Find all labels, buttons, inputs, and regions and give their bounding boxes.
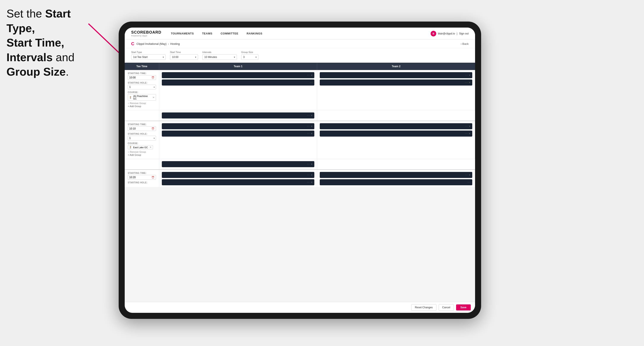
sign-out-link[interactable]: Sign out [459, 32, 468, 35]
group2-hole-wrapper: 1 [128, 136, 156, 141]
dots-icon: ⋯ [465, 125, 468, 128]
group2-team1-extra: ⋯ ✕ [159, 159, 317, 169]
start-time-group: Start Time 10:00 [170, 51, 198, 60]
slot-remove[interactable]: ✕ [468, 125, 470, 128]
group2-hole-select[interactable]: 1 [128, 136, 156, 141]
start-type-group: Start Type 1st Tee Start [131, 51, 166, 60]
group2-starting-time-label: STARTING TIME: [128, 123, 156, 126]
group3-team2-slot2: ⋯ [320, 179, 472, 185]
intervals-select[interactable]: 10 Minutes [202, 54, 237, 60]
slot-remove[interactable]: ✕ [311, 125, 312, 128]
dots-icon: ⋯ [307, 173, 310, 177]
group2-add-btn[interactable]: + Add Group [128, 154, 156, 156]
group2-team2-slot2: ⋯ ✕ [320, 131, 472, 137]
slot-remove[interactable]: ✕ [311, 114, 312, 117]
slot-remove-1[interactable]: ✕ [311, 74, 312, 77]
nav-right: B blair@clippd.io | Sign out [431, 31, 468, 36]
slot-remove[interactable]: ✕ [311, 132, 312, 135]
user-email: blair@clippd.io [438, 32, 455, 35]
slot-remove[interactable]: ✕ [311, 181, 312, 184]
nav-committee[interactable]: COMMITTEE [220, 32, 239, 35]
group-row-2: STARTING TIME: 10:10 ⏰ STARTING HOLE: 1 … [125, 121, 475, 159]
breadcrumb-logo: C [131, 41, 134, 46]
nav-bar: SCOREBOARD Powered by clippd TOURNAMENTS… [125, 27, 475, 40]
dots-icon: ⋯ [307, 114, 310, 117]
group2-team1-slot2: ⋯ ✕ [162, 131, 314, 137]
group1-add-btn[interactable]: + Add Group [128, 105, 156, 108]
dots-icon: ⋯ [465, 173, 468, 177]
group2-team1-slot1: ⋯ ✕ [162, 123, 314, 129]
group-size-label: Group Size [241, 51, 258, 53]
group1-course-flag: 🏌 [129, 96, 132, 99]
group2-course-remove[interactable]: ✕ [150, 146, 152, 149]
group1-course-remove[interactable]: ✕ [152, 96, 154, 99]
nav-teams[interactable]: TEAMS [201, 32, 213, 35]
nav-rankings[interactable]: RANKINGS [246, 32, 263, 35]
group2-course-label: COURSE: [128, 142, 156, 145]
start-time-label: Start Time [170, 51, 198, 53]
group2-remove-btn[interactable]: ○ Remove Group [128, 151, 156, 153]
group1-team1-course-slot: ⋯ ✕ [159, 110, 317, 121]
instruction-line3-suffix: and [53, 51, 74, 64]
start-type-wrapper: 1st Tee Start [131, 54, 166, 60]
slot-remove[interactable]: ✕ [311, 174, 312, 176]
group2-course-tag: 🏌 East Lake GC ✕ [128, 145, 153, 149]
tablet-frame: SCOREBOARD Powered by clippd TOURNAMENTS… [119, 21, 481, 319]
group3-time-input[interactable]: 10:20 ⏰ [128, 175, 156, 180]
group2-extra-row: ⋯ ✕ [125, 159, 475, 170]
group3-team1-slot2: ⋯ ✕ [162, 179, 314, 185]
group-size-group: Group Size 3 [241, 51, 258, 60]
dots-icon: ⋯ [307, 132, 310, 135]
group1-hole-wrapper: 1 [128, 85, 156, 89]
dots-icon: ⋯ [307, 73, 310, 77]
group1-team1-slot2: ⋯ [162, 79, 314, 86]
group1-extra-row: ⋯ ✕ [125, 110, 475, 121]
group2-team2-empty [317, 159, 475, 169]
slot-remove[interactable]: ✕ [311, 163, 312, 166]
group1-course-tag: 🏌 (A) Peachtree GC ✕ [128, 94, 156, 101]
nav-links: TOURNAMENTS TEAMS COMMITTEE RANKINGS [170, 32, 431, 35]
group3-time-value: 10:20 [129, 176, 136, 179]
dots-icon: ⋯ [307, 180, 310, 184]
dots-icon: ⋯ [465, 73, 468, 77]
reset-button[interactable]: Reset Changes [411, 304, 436, 311]
group1-time-input[interactable]: 10:00 ⏰ [128, 75, 156, 80]
group1-starting-time-label: STARTING TIME: [128, 72, 156, 75]
group-size-select[interactable]: 3 [241, 54, 258, 60]
table-header: Tee Time Team 1 Team 2 [125, 63, 475, 70]
instruction-line1: Set the Start Type, [6, 7, 71, 34]
cancel-button[interactable]: Cancel [438, 304, 454, 311]
group3-team2: ⋯ ✕ ⋯ [317, 170, 475, 187]
start-time-select[interactable]: 10:00 [170, 54, 198, 60]
logo-area: SCOREBOARD Powered by clippd [131, 30, 162, 37]
group2-team2-slot1: ⋯ ✕ [320, 123, 472, 129]
slot-remove-2[interactable]: ✕ [468, 81, 470, 84]
group3-starting-hole-label: STARTING HOLE: [128, 181, 156, 184]
slot-remove[interactable]: ✕ [468, 132, 470, 135]
group1-time-value: 10:00 [129, 76, 136, 79]
breadcrumb-page: Hosting [170, 42, 180, 45]
group1-hole-select[interactable]: 1 [128, 85, 156, 89]
nav-tournaments[interactable]: TOURNAMENTS [170, 32, 194, 35]
group-row-3: STARTING TIME: 10:20 ⏰ STARTING HOLE: ⋯ … [125, 170, 475, 188]
group2-team1: ⋯ ✕ ⋯ ✕ [159, 121, 317, 159]
instruction-line4-bold: Group Size [6, 65, 66, 78]
back-button[interactable]: ‹ Back [460, 42, 468, 45]
group2-time-input[interactable]: 10:10 ⏰ [128, 126, 156, 131]
table-container: Tee Time Team 1 Team 2 STARTING TIME: 10… [125, 63, 475, 302]
dots-icon: ⋯ [465, 81, 468, 84]
clock-icon-3: ⏰ [152, 176, 154, 179]
breadcrumb-tournament[interactable]: Clippd Invitational (May) [136, 42, 166, 45]
group2-course-flag: 🏌 [129, 146, 132, 149]
instruction-line4-suffix: . [66, 65, 68, 78]
dots-icon: ⋯ [310, 81, 312, 84]
group1-remove-btn[interactable]: ○ Remove Group [128, 102, 156, 105]
group3-team1: ⋯ ✕ ⋯ ✕ [159, 170, 317, 187]
group-size-wrapper: 3 [241, 54, 258, 60]
start-type-select[interactable]: 1st Tee Start [131, 54, 166, 60]
save-button[interactable]: Save [456, 304, 471, 311]
slot-remove[interactable]: ✕ [468, 174, 470, 176]
group3-team2-slot1: ⋯ ✕ [320, 172, 472, 178]
start-type-label: Start Type [131, 51, 166, 53]
slot-remove-1[interactable]: ✕ [468, 74, 470, 77]
